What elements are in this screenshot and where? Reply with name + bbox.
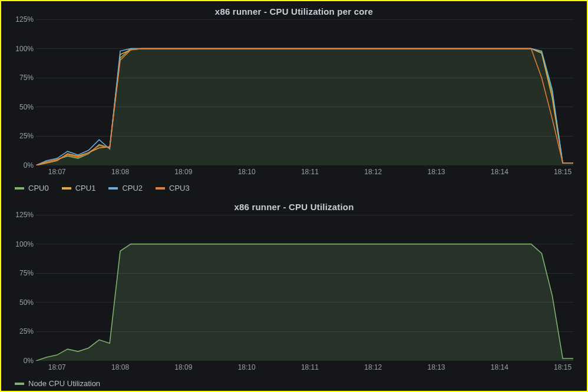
legend-swatch bbox=[156, 187, 165, 190]
x-tick: 18:12 bbox=[364, 168, 382, 176]
x-tick: 18:08 bbox=[111, 168, 129, 176]
panel-cpu-total: x86 runner - CPU Utilization 0%25%50%75%… bbox=[1, 197, 587, 391]
x-tick: 18:07 bbox=[48, 363, 66, 371]
legend-item-cpu0[interactable]: CPU0 bbox=[15, 184, 49, 192]
legend-item-cpu2[interactable]: CPU2 bbox=[108, 184, 143, 192]
y-tick: 25% bbox=[19, 327, 34, 335]
x-tick: 18:15 bbox=[554, 168, 572, 176]
x-tick: 18:09 bbox=[174, 168, 192, 176]
y-tick: 125% bbox=[15, 211, 34, 219]
legend-item-cpu3[interactable]: CPU3 bbox=[156, 184, 190, 192]
legend-1[interactable]: Node CPU Utilization bbox=[15, 379, 100, 388]
x-tick: 18:14 bbox=[491, 168, 508, 176]
x-tick: 18:15 bbox=[554, 363, 572, 371]
y-tick: 100% bbox=[15, 45, 34, 53]
y-tick: 50% bbox=[19, 298, 34, 307]
x-tick: 18:14 bbox=[491, 363, 508, 371]
legend-item-node-cpu-utilization[interactable]: Node CPU Utilization bbox=[15, 379, 100, 388]
x-tick: 18:09 bbox=[174, 363, 192, 371]
panel-title: x86 runner - CPU Utilization bbox=[2, 202, 586, 212]
legend-swatch bbox=[15, 187, 24, 190]
legend-0[interactable]: CPU0CPU1CPU2CPU3 bbox=[15, 184, 190, 192]
x-tick: 18:13 bbox=[428, 168, 445, 176]
legend-swatch bbox=[62, 187, 71, 190]
y-tick: 125% bbox=[15, 15, 34, 24]
legend-label: CPU0 bbox=[28, 184, 49, 192]
x-tick: 18:10 bbox=[238, 363, 256, 371]
x-tick: 18:11 bbox=[301, 363, 319, 371]
panel-cpu-per-core: x86 runner - CPU Utilization per core 0%… bbox=[1, 1, 587, 195]
series-area bbox=[36, 49, 573, 165]
legend-label: CPU2 bbox=[122, 184, 143, 192]
y-tick: 75% bbox=[19, 269, 34, 277]
panel-title: x86 runner - CPU Utilization per core bbox=[2, 6, 586, 16]
y-tick: 0% bbox=[24, 357, 34, 365]
chart-svg bbox=[36, 215, 573, 361]
y-tick: 0% bbox=[24, 161, 34, 170]
legend-label: CPU3 bbox=[169, 184, 190, 192]
chart-svg bbox=[36, 19, 573, 165]
x-tick: 18:13 bbox=[428, 363, 445, 371]
y-tick: 25% bbox=[19, 132, 34, 140]
x-tick: 18:07 bbox=[48, 168, 66, 176]
dashboard-frame: x86 runner - CPU Utilization per core 0%… bbox=[1, 1, 587, 391]
plot-area-0 bbox=[36, 19, 573, 165]
y-tick: 75% bbox=[19, 74, 34, 82]
legend-item-cpu1[interactable]: CPU1 bbox=[62, 184, 96, 192]
plot-area-1 bbox=[36, 215, 573, 361]
x-tick: 18:12 bbox=[364, 363, 382, 371]
x-tick: 18:11 bbox=[301, 168, 319, 176]
legend-label: Node CPU Utilization bbox=[28, 379, 100, 388]
legend-swatch bbox=[108, 187, 118, 190]
plot-wrap[interactable]: 0%25%50%75%100%125%18:0718:0818:0918:101… bbox=[6, 19, 582, 178]
plot-wrap[interactable]: 0%25%50%75%100%125%18:0718:0818:0918:101… bbox=[6, 215, 582, 374]
legend-label: CPU1 bbox=[75, 184, 96, 192]
legend-swatch bbox=[15, 383, 24, 385]
x-tick: 18:08 bbox=[111, 363, 129, 371]
y-tick: 50% bbox=[19, 103, 34, 111]
x-tick: 18:10 bbox=[238, 168, 256, 176]
series-area bbox=[36, 244, 573, 361]
y-tick: 100% bbox=[15, 240, 34, 248]
